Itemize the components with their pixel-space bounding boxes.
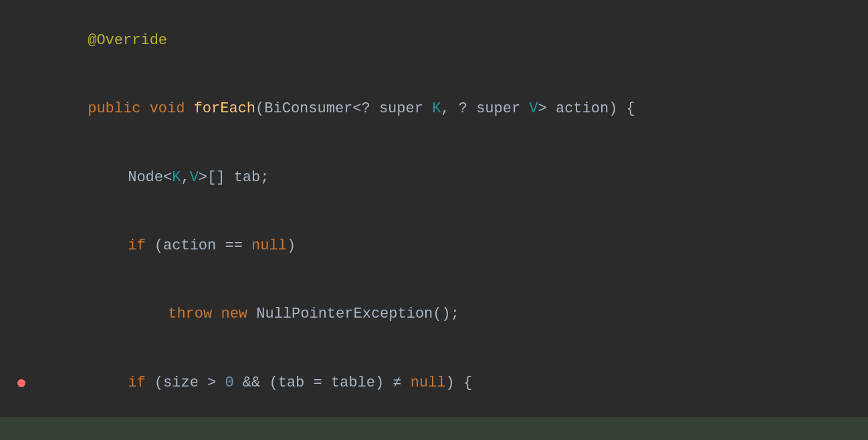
code-line-3: Node<K,V>[] tab; bbox=[0, 144, 868, 212]
code-line-7: int mc = modCount; bbox=[0, 417, 868, 440]
type-v2: V bbox=[190, 169, 199, 186]
action-param: > action) { bbox=[538, 100, 635, 117]
node-decl: Node< bbox=[128, 169, 172, 186]
if-open: ) { bbox=[446, 374, 473, 391]
code-editor: @Override public void forEach(BiConsumer… bbox=[0, 0, 868, 440]
and-op: && (tab = table) ≠ bbox=[234, 374, 411, 391]
code-line-5: throw new NullPointerException(); bbox=[0, 280, 868, 348]
code-content-1[interactable]: @Override bbox=[35, 7, 855, 75]
type-k: K bbox=[432, 100, 441, 117]
action-null-check: (action == bbox=[154, 237, 251, 254]
annotation: @Override bbox=[88, 32, 167, 49]
type-v: V bbox=[529, 100, 538, 117]
params: (BiConsumer<? super bbox=[255, 100, 432, 117]
kw-void: void bbox=[150, 100, 194, 117]
code-line-1: @Override bbox=[0, 7, 868, 75]
code-line-6: if (size > 0 && (tab = table) ≠ null) { bbox=[0, 348, 868, 417]
size-check: (size > bbox=[154, 374, 225, 391]
npe-class: NullPointerException(); bbox=[256, 306, 459, 322]
kw-new1: new bbox=[221, 306, 256, 322]
kw-public: public bbox=[88, 100, 149, 117]
comma: , ? super bbox=[441, 100, 529, 117]
kw-if1: if bbox=[128, 237, 154, 254]
code-line-4: if (action == null) bbox=[0, 212, 868, 280]
code-content-7[interactable]: int mc = modCount; bbox=[35, 417, 855, 440]
code-content-3[interactable]: Node<K,V>[] tab; bbox=[35, 144, 855, 212]
kw-if2: if bbox=[128, 374, 154, 391]
code-content-2[interactable]: public void forEach(BiConsumer<? super K… bbox=[35, 75, 855, 143]
code-line-2: public void forEach(BiConsumer<? super K… bbox=[0, 75, 868, 143]
null-kw2: null bbox=[411, 374, 446, 391]
gutter-6 bbox=[0, 379, 35, 387]
code-content-6[interactable]: if (size > 0 && (tab = table) ≠ null) { bbox=[35, 348, 855, 417]
kw-throw1: throw bbox=[168, 306, 221, 322]
code-content-5[interactable]: throw new NullPointerException(); bbox=[35, 280, 855, 348]
comma2: , bbox=[181, 169, 189, 186]
close-paren: ) bbox=[287, 237, 296, 254]
null-kw: null bbox=[251, 237, 287, 254]
breakpoint-dot bbox=[17, 379, 25, 387]
method-foreach: forEach bbox=[194, 100, 255, 117]
tab-decl: >[] tab; bbox=[199, 169, 269, 186]
zero: 0 bbox=[225, 374, 233, 391]
code-content-4[interactable]: if (action == null) bbox=[35, 212, 855, 280]
type-k2: K bbox=[172, 169, 181, 186]
